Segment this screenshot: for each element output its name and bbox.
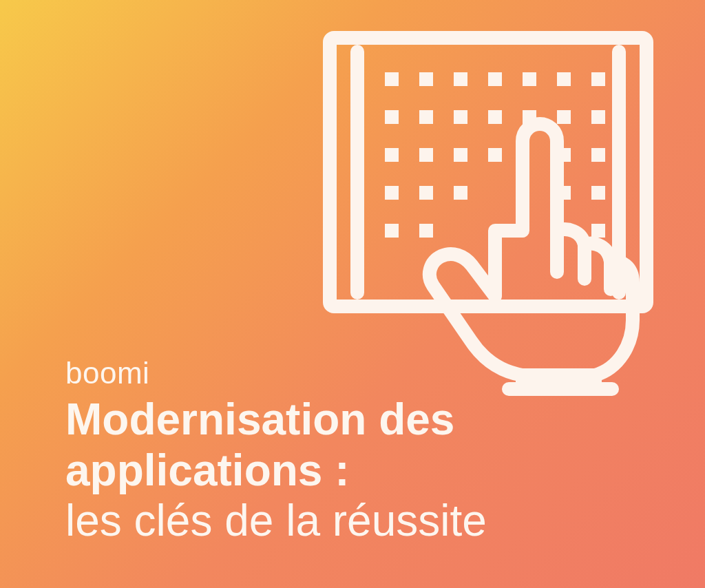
svg-rect-29 <box>419 224 433 238</box>
svg-rect-15 <box>557 110 571 124</box>
svg-rect-11 <box>419 110 433 124</box>
promo-card: boomi Modernisation des applications : l… <box>0 0 705 588</box>
svg-rect-6 <box>488 72 502 86</box>
svg-rect-10 <box>385 110 399 124</box>
title-line-1: Modernisation des <box>65 395 664 445</box>
svg-rect-30 <box>591 224 605 238</box>
svg-rect-16 <box>591 110 605 124</box>
brand-logo: boomi <box>65 356 664 390</box>
svg-rect-9 <box>591 72 605 86</box>
svg-rect-25 <box>454 186 467 200</box>
subtitle-line: les clés de la réussite <box>65 496 664 547</box>
brand-text: boomi <box>65 356 149 390</box>
svg-rect-27 <box>591 186 605 200</box>
svg-rect-4 <box>419 72 433 86</box>
svg-rect-12 <box>454 110 467 124</box>
svg-rect-3 <box>385 72 399 86</box>
svg-rect-5 <box>454 72 467 86</box>
svg-rect-8 <box>557 72 571 86</box>
svg-rect-24 <box>419 186 433 200</box>
touchscreen-hand-icon <box>316 24 660 396</box>
svg-rect-22 <box>591 148 605 162</box>
svg-rect-23 <box>385 186 399 200</box>
svg-rect-17 <box>385 148 399 162</box>
svg-rect-19 <box>454 148 467 162</box>
title-line-2: applications : <box>65 445 664 496</box>
svg-rect-13 <box>488 110 502 124</box>
svg-rect-18 <box>419 148 433 162</box>
svg-rect-7 <box>523 72 536 86</box>
headline-block: boomi Modernisation des applications : l… <box>65 356 664 547</box>
svg-rect-28 <box>385 224 399 238</box>
svg-rect-20 <box>488 148 502 162</box>
